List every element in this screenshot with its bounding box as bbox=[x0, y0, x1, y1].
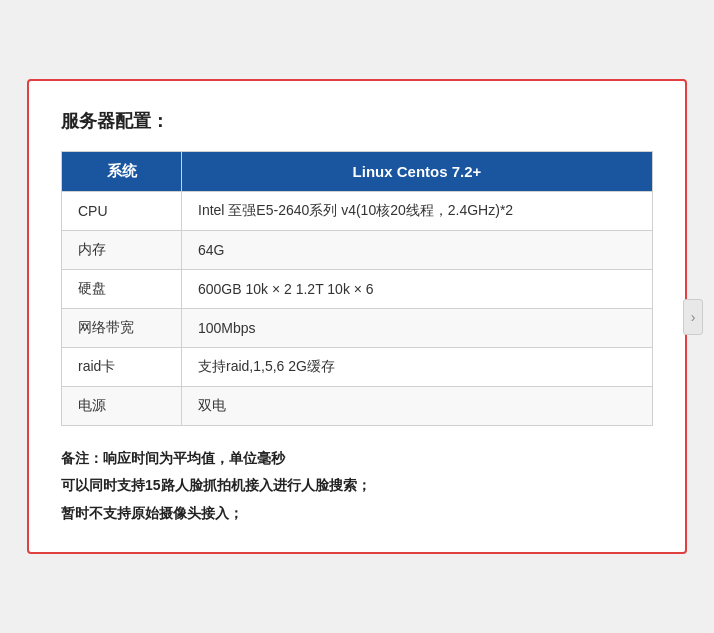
chevron-right-icon[interactable]: › bbox=[683, 299, 703, 335]
table-row-label: 硬盘 bbox=[62, 270, 182, 309]
notes-section: 备注：响应时间为平均值，单位毫秒可以同时支持15路人脸抓拍机接入进行人脸搜索；暂… bbox=[61, 446, 653, 526]
table-row-label: CPU bbox=[62, 192, 182, 231]
table-row-value: Intel 至强E5-2640系列 v4(10核20线程，2.4GHz)*2 bbox=[182, 192, 653, 231]
table-row-label: 网络带宽 bbox=[62, 309, 182, 348]
note-line: 可以同时支持15路人脸抓拍机接入进行人脸搜索； bbox=[61, 473, 653, 498]
table-row-value: 100Mbps bbox=[182, 309, 653, 348]
table-header-col1: 系统 bbox=[62, 152, 182, 192]
card-title: 服务器配置： bbox=[61, 109, 653, 133]
table-row-value: 支持raid,1,5,6 2G缓存 bbox=[182, 348, 653, 387]
table-row-label: 电源 bbox=[62, 387, 182, 426]
server-config-card: 服务器配置： 系统 Linux Centos 7.2+ CPUIntel 至强E… bbox=[27, 79, 687, 554]
table-row-label: raid卡 bbox=[62, 348, 182, 387]
table-header-col2: Linux Centos 7.2+ bbox=[182, 152, 653, 192]
table-row-value: 64G bbox=[182, 231, 653, 270]
table-row-value: 双电 bbox=[182, 387, 653, 426]
table-row-value: 600GB 10k × 2 1.2T 10k × 6 bbox=[182, 270, 653, 309]
note-line: 备注：响应时间为平均值，单位毫秒 bbox=[61, 446, 653, 471]
table-row-label: 内存 bbox=[62, 231, 182, 270]
note-line: 暂时不支持原始摄像头接入； bbox=[61, 501, 653, 526]
config-table: 系统 Linux Centos 7.2+ CPUIntel 至强E5-2640系… bbox=[61, 151, 653, 426]
